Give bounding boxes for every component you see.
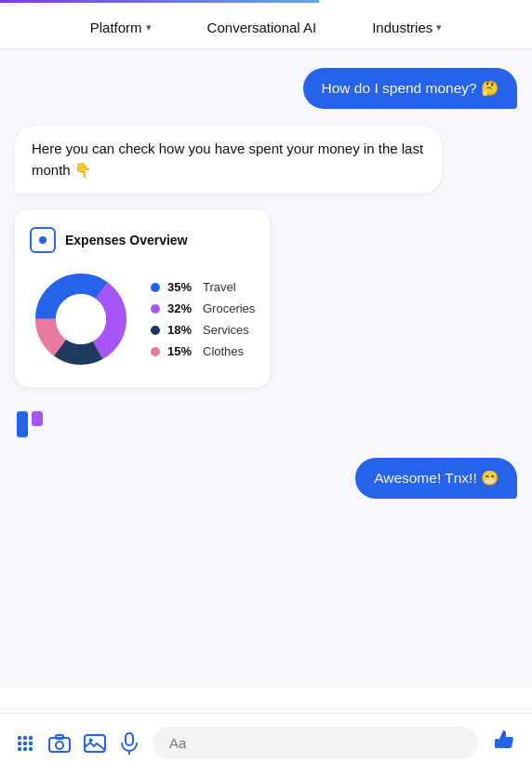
- chevron-down-icon: ▾: [146, 21, 152, 33]
- legend-services: 18% Services: [151, 323, 255, 337]
- svg-point-11: [18, 741, 21, 744]
- svg-rect-24: [495, 739, 499, 748]
- chevron-down-icon-2: ▾: [436, 21, 442, 33]
- legend-dot-services: [151, 326, 160, 335]
- legend-dot-groceries: [151, 304, 160, 314]
- legend-label-services: Services: [203, 323, 249, 337]
- user-bubble-1: How do I spend money? 🤔: [303, 68, 517, 109]
- svg-point-5: [56, 294, 106, 344]
- navigation: Platform ▾ Conversational AI Industries …: [0, 3, 532, 49]
- thumbs-up-icon[interactable]: [491, 727, 517, 759]
- legend-pct-clothes: 15%: [167, 344, 195, 358]
- user-message-1: How do I spend money? 🤔: [15, 68, 517, 109]
- svg-point-21: [89, 738, 93, 742]
- svg-rect-6: [17, 411, 28, 437]
- nav-industries[interactable]: Industries ▾: [372, 20, 442, 35]
- progress-bar: [0, 0, 319, 3]
- legend-dot-travel: [151, 283, 160, 292]
- svg-point-16: [29, 746, 33, 750]
- legend-label-travel: Travel: [203, 280, 236, 294]
- svg-point-9: [23, 735, 27, 739]
- legend-dot-clothes: [151, 347, 160, 356]
- legend-pct-groceries: 32%: [167, 301, 195, 315]
- grid-icon[interactable]: [15, 733, 35, 754]
- svg-point-8: [18, 735, 21, 739]
- expenses-chart-card: Expenses Overview: [15, 210, 270, 387]
- message-input[interactable]: [153, 727, 478, 759]
- svg-point-13: [29, 741, 33, 744]
- bottom-toolbar: [0, 713, 532, 776]
- svg-point-18: [56, 742, 63, 749]
- user-message-2: Awesome! Tnx!! 😁: [15, 458, 517, 499]
- chart-legend: 35% Travel 32% Groceries 18% Services: [151, 280, 255, 358]
- brand-icon-row: [15, 408, 517, 441]
- legend-pct-services: 18%: [167, 323, 195, 337]
- bot-message-1: Here you can check how you have spent yo…: [15, 126, 517, 194]
- chart-icon-box: [30, 227, 56, 253]
- brand-logo-icon: [15, 408, 48, 441]
- image-icon[interactable]: [84, 733, 106, 754]
- nav-conversational-ai[interactable]: Conversational AI: [207, 20, 317, 35]
- svg-point-15: [23, 746, 27, 750]
- microphone-icon[interactable]: [119, 732, 140, 755]
- svg-point-10: [29, 735, 33, 739]
- camera-icon[interactable]: [48, 733, 71, 754]
- nav-platform-label: Platform: [90, 20, 142, 35]
- donut-chart: [30, 268, 132, 370]
- bot-bubble-1: Here you can check how you have spent yo…: [15, 126, 442, 194]
- svg-rect-7: [32, 411, 43, 426]
- legend-groceries: 32% Groceries: [151, 301, 255, 315]
- legend-travel: 35% Travel: [151, 280, 255, 294]
- chart-body: 35% Travel 32% Groceries 18% Services: [30, 268, 255, 370]
- chart-title: Expenses Overview: [65, 233, 188, 248]
- nav-industries-label: Industries: [372, 20, 432, 35]
- nav-platform[interactable]: Platform ▾: [90, 20, 152, 35]
- nav-conversational-ai-label: Conversational AI: [207, 20, 317, 35]
- legend-label-groceries: Groceries: [203, 301, 255, 315]
- legend-label-clothes: Clothes: [203, 344, 244, 358]
- chart-icon: [39, 236, 47, 244]
- legend-pct-travel: 35%: [167, 280, 195, 294]
- chart-message: Expenses Overview: [15, 210, 517, 387]
- legend-clothes: 15% Clothes: [151, 344, 255, 358]
- chart-header: Expenses Overview: [30, 227, 255, 253]
- svg-rect-22: [126, 733, 133, 745]
- user-bubble-2: Awesome! Tnx!! 😁: [355, 458, 517, 499]
- chat-area: How do I spend money? 🤔 Here you can che…: [0, 49, 532, 688]
- svg-point-14: [18, 746, 21, 750]
- svg-point-12: [23, 741, 27, 744]
